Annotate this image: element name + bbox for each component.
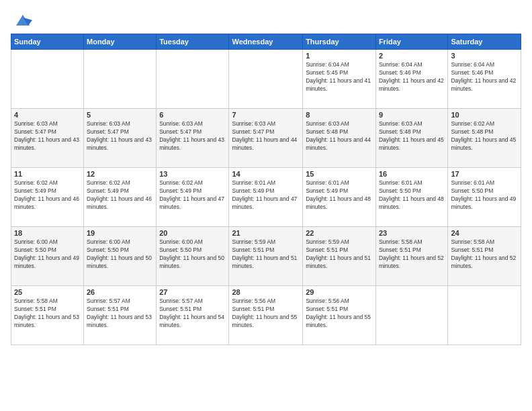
day-info: Sunrise: 6:03 AM Sunset: 5:47 PM Dayligh… [232, 120, 300, 152]
day-info: Sunrise: 5:58 AM Sunset: 5:51 PM Dayligh… [14, 298, 81, 330]
day-number: 8 [306, 111, 373, 119]
day-number: 17 [451, 170, 518, 178]
day-info: Sunrise: 5:59 AM Sunset: 5:51 PM Dayligh… [306, 238, 373, 271]
calendar-cell [448, 286, 521, 345]
calendar-cell: 27Sunrise: 5:57 AM Sunset: 5:51 PM Dayli… [157, 286, 229, 345]
calendar-cell [11, 50, 84, 109]
calendar-cell [157, 50, 229, 109]
day-number: 2 [379, 52, 445, 60]
calendar-cell: 10Sunrise: 6:02 AM Sunset: 5:48 PM Dayli… [448, 109, 521, 168]
day-info: Sunrise: 6:03 AM Sunset: 5:47 PM Dayligh… [14, 120, 81, 152]
week-row-0: 1Sunrise: 6:04 AM Sunset: 5:45 PM Daylig… [11, 50, 521, 109]
day-number: 29 [306, 288, 373, 296]
calendar-cell: 7Sunrise: 6:03 AM Sunset: 5:47 PM Daylig… [229, 109, 303, 168]
day-number: 14 [232, 170, 300, 178]
day-number: 12 [87, 170, 153, 178]
day-info: Sunrise: 5:58 AM Sunset: 5:51 PM Dayligh… [379, 238, 445, 271]
day-info: Sunrise: 6:03 AM Sunset: 5:48 PM Dayligh… [306, 120, 373, 152]
calendar-cell: 15Sunrise: 6:01 AM Sunset: 5:49 PM Dayli… [303, 168, 376, 227]
week-row-2: 11Sunrise: 6:02 AM Sunset: 5:49 PM Dayli… [11, 168, 521, 227]
day-number: 5 [87, 111, 153, 119]
day-number: 11 [14, 170, 81, 178]
calendar-body: 1Sunrise: 6:04 AM Sunset: 5:45 PM Daylig… [11, 50, 521, 345]
day-info: Sunrise: 6:01 AM Sunset: 5:49 PM Dayligh… [306, 179, 373, 212]
calendar-cell: 19Sunrise: 6:00 AM Sunset: 5:50 PM Dayli… [84, 227, 157, 286]
day-number: 20 [159, 229, 226, 237]
day-number: 4 [14, 111, 81, 119]
calendar-cell: 25Sunrise: 5:58 AM Sunset: 5:51 PM Dayli… [11, 286, 84, 345]
calendar-cell: 20Sunrise: 6:00 AM Sunset: 5:50 PM Dayli… [157, 227, 229, 286]
day-info: Sunrise: 5:56 AM Sunset: 5:51 PM Dayligh… [306, 298, 373, 330]
day-info: Sunrise: 6:03 AM Sunset: 5:47 PM Dayligh… [159, 120, 226, 152]
day-info: Sunrise: 6:04 AM Sunset: 5:46 PM Dayligh… [451, 61, 518, 93]
page: SundayMondayTuesdayWednesdayThursdayFrid… [0, 0, 532, 411]
day-number: 24 [451, 229, 518, 237]
day-info: Sunrise: 6:01 AM Sunset: 5:50 PM Dayligh… [379, 179, 445, 212]
header-day-sunday: Sunday [11, 34, 84, 50]
calendar-cell: 14Sunrise: 6:01 AM Sunset: 5:49 PM Dayli… [229, 168, 303, 227]
calendar-table: SundayMondayTuesdayWednesdayThursdayFrid… [11, 34, 521, 345]
day-info: Sunrise: 5:57 AM Sunset: 5:51 PM Dayligh… [159, 298, 226, 330]
header-day-tuesday: Tuesday [157, 34, 229, 50]
day-info: Sunrise: 6:00 AM Sunset: 5:50 PM Dayligh… [14, 238, 81, 271]
day-number: 28 [232, 288, 300, 296]
calendar-cell: 9Sunrise: 6:03 AM Sunset: 5:48 PM Daylig… [375, 109, 447, 168]
day-number: 23 [379, 229, 445, 237]
calendar-cell: 17Sunrise: 6:01 AM Sunset: 5:50 PM Dayli… [448, 168, 521, 227]
day-number: 22 [306, 229, 373, 237]
header-day-monday: Monday [84, 34, 157, 50]
day-info: Sunrise: 6:02 AM Sunset: 5:49 PM Dayligh… [14, 179, 81, 212]
day-info: Sunrise: 6:02 AM Sunset: 5:48 PM Dayligh… [451, 120, 518, 152]
day-number: 3 [451, 52, 518, 60]
calendar-cell: 23Sunrise: 5:58 AM Sunset: 5:51 PM Dayli… [375, 227, 447, 286]
calendar-cell: 28Sunrise: 5:56 AM Sunset: 5:51 PM Dayli… [229, 286, 303, 345]
day-number: 16 [379, 170, 445, 178]
calendar-cell: 2Sunrise: 6:04 AM Sunset: 5:46 PM Daylig… [375, 50, 447, 109]
calendar-cell: 12Sunrise: 6:02 AM Sunset: 5:49 PM Dayli… [84, 168, 157, 227]
day-info: Sunrise: 6:00 AM Sunset: 5:50 PM Dayligh… [159, 238, 226, 271]
calendar-cell: 1Sunrise: 6:04 AM Sunset: 5:45 PM Daylig… [303, 50, 376, 109]
day-info: Sunrise: 6:03 AM Sunset: 5:47 PM Dayligh… [87, 120, 153, 152]
calendar-header: SundayMondayTuesdayWednesdayThursdayFrid… [11, 34, 521, 50]
calendar-cell: 24Sunrise: 5:58 AM Sunset: 5:51 PM Dayli… [448, 227, 521, 286]
day-info: Sunrise: 6:03 AM Sunset: 5:48 PM Dayligh… [379, 120, 445, 152]
header [11, 8, 521, 30]
day-info: Sunrise: 6:04 AM Sunset: 5:46 PM Dayligh… [379, 61, 445, 93]
calendar-cell: 16Sunrise: 6:01 AM Sunset: 5:50 PM Dayli… [375, 168, 447, 227]
day-info: Sunrise: 6:00 AM Sunset: 5:50 PM Dayligh… [87, 238, 153, 271]
day-number: 19 [87, 229, 153, 237]
header-day-friday: Friday [375, 34, 447, 50]
day-info: Sunrise: 6:02 AM Sunset: 5:49 PM Dayligh… [87, 179, 153, 212]
day-number: 6 [159, 111, 226, 119]
logo-icon [13, 11, 32, 30]
calendar-cell: 22Sunrise: 5:59 AM Sunset: 5:51 PM Dayli… [303, 227, 376, 286]
calendar-cell: 11Sunrise: 6:02 AM Sunset: 5:49 PM Dayli… [11, 168, 84, 227]
week-row-4: 25Sunrise: 5:58 AM Sunset: 5:51 PM Dayli… [11, 286, 521, 345]
header-day-saturday: Saturday [448, 34, 521, 50]
day-number: 1 [306, 52, 373, 60]
calendar-cell: 3Sunrise: 6:04 AM Sunset: 5:46 PM Daylig… [448, 50, 521, 109]
calendar-cell: 18Sunrise: 6:00 AM Sunset: 5:50 PM Dayli… [11, 227, 84, 286]
calendar-cell [229, 50, 303, 109]
day-info: Sunrise: 5:56 AM Sunset: 5:51 PM Dayligh… [232, 298, 300, 330]
calendar-cell: 8Sunrise: 6:03 AM Sunset: 5:48 PM Daylig… [303, 109, 376, 168]
header-day-wednesday: Wednesday [229, 34, 303, 50]
day-number: 18 [14, 229, 81, 237]
calendar-cell: 21Sunrise: 5:59 AM Sunset: 5:51 PM Dayli… [229, 227, 303, 286]
calendar-cell: 26Sunrise: 5:57 AM Sunset: 5:51 PM Dayli… [84, 286, 157, 345]
calendar-cell [84, 50, 157, 109]
day-info: Sunrise: 6:04 AM Sunset: 5:45 PM Dayligh… [306, 61, 373, 93]
day-info: Sunrise: 6:01 AM Sunset: 5:50 PM Dayligh… [451, 179, 518, 212]
calendar-cell: 29Sunrise: 5:56 AM Sunset: 5:51 PM Dayli… [303, 286, 376, 345]
day-info: Sunrise: 6:02 AM Sunset: 5:49 PM Dayligh… [159, 179, 226, 212]
calendar-cell: 4Sunrise: 6:03 AM Sunset: 5:47 PM Daylig… [11, 109, 84, 168]
calendar-cell: 13Sunrise: 6:02 AM Sunset: 5:49 PM Dayli… [157, 168, 229, 227]
day-number: 9 [379, 111, 445, 119]
calendar-cell: 5Sunrise: 6:03 AM Sunset: 5:47 PM Daylig… [84, 109, 157, 168]
week-row-1: 4Sunrise: 6:03 AM Sunset: 5:47 PM Daylig… [11, 109, 521, 168]
calendar-cell [375, 286, 447, 345]
logo [11, 11, 32, 30]
calendar-cell: 6Sunrise: 6:03 AM Sunset: 5:47 PM Daylig… [157, 109, 229, 168]
day-number: 10 [451, 111, 518, 119]
header-row: SundayMondayTuesdayWednesdayThursdayFrid… [11, 34, 521, 50]
